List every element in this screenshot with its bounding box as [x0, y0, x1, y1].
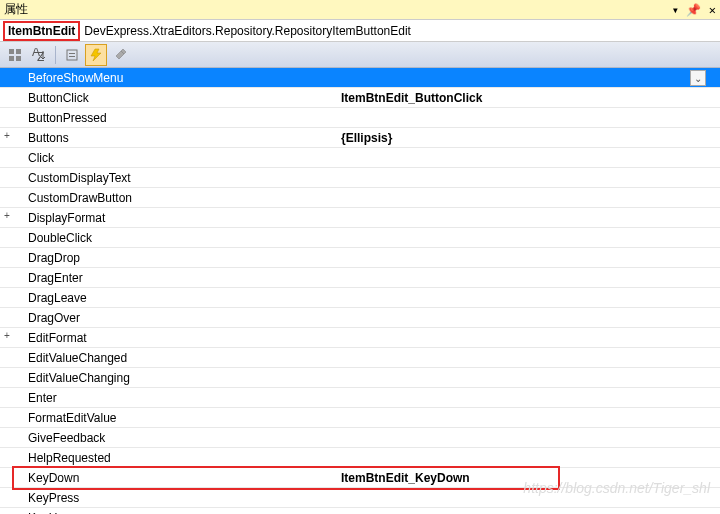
- svg-rect-8: [69, 56, 75, 57]
- grid-row[interactable]: ButtonPressed: [0, 108, 720, 128]
- property-name: CustomDisplayText: [14, 171, 339, 185]
- property-name: EditValueChanged: [14, 351, 339, 365]
- grid-row[interactable]: EditValueChanged: [0, 348, 720, 368]
- grid-row[interactable]: +DisplayFormat: [0, 208, 720, 228]
- svg-rect-3: [16, 56, 21, 61]
- property-grid[interactable]: BeforeShowMenu⌄ButtonClickItemBtnEdit_Bu…: [0, 68, 720, 514]
- categorized-button[interactable]: [4, 44, 26, 66]
- categorized-icon: [8, 48, 22, 62]
- grid-row[interactable]: DoubleClick: [0, 228, 720, 248]
- grid-row[interactable]: KeyPress: [0, 488, 720, 508]
- grid-row[interactable]: EditValueChanging: [0, 368, 720, 388]
- expander-icon[interactable]: +: [2, 211, 12, 221]
- property-name: FormatEditValue: [14, 411, 339, 425]
- toolbar: AZ: [0, 42, 720, 68]
- property-value[interactable]: {Ellipsis}: [339, 131, 720, 145]
- expander-icon[interactable]: +: [2, 131, 12, 141]
- svg-rect-0: [9, 49, 14, 54]
- grid-row[interactable]: KeyDownItemBtnEdit_KeyDown: [0, 468, 720, 488]
- title-bar: 属性 ▾ 📌 ✕: [0, 0, 720, 20]
- properties-icon: [65, 48, 79, 62]
- property-name: Enter: [14, 391, 339, 405]
- property-name: GiveFeedback: [14, 431, 339, 445]
- expander-icon[interactable]: +: [2, 331, 12, 341]
- svg-rect-7: [69, 53, 75, 54]
- property-name: CustomDrawButton: [14, 191, 339, 205]
- events-icon: [89, 48, 103, 62]
- property-name: DragEnter: [14, 271, 339, 285]
- property-name: KeyDown: [14, 471, 339, 485]
- property-name: DoubleClick: [14, 231, 339, 245]
- title-bar-actions: ▾ 📌 ✕: [668, 3, 716, 17]
- events-button[interactable]: [85, 44, 107, 66]
- property-value[interactable]: ItemBtnEdit_KeyDown: [339, 471, 720, 485]
- svg-rect-2: [9, 56, 14, 61]
- svg-rect-6: [67, 50, 77, 60]
- grid-row[interactable]: CustomDrawButton: [0, 188, 720, 208]
- grid-row[interactable]: ButtonClickItemBtnEdit_ButtonClick: [0, 88, 720, 108]
- grid-row[interactable]: CustomDisplayText: [0, 168, 720, 188]
- property-name: HelpRequested: [14, 451, 339, 465]
- grid-row[interactable]: FormatEditValue: [0, 408, 720, 428]
- grid-row[interactable]: DragEnter: [0, 268, 720, 288]
- property-name: Click: [14, 151, 339, 165]
- grid-row[interactable]: DragDrop: [0, 248, 720, 268]
- properties-button[interactable]: [61, 44, 83, 66]
- object-name: ItemBtnEdit: [3, 21, 80, 41]
- grid-row[interactable]: DragLeave: [0, 288, 720, 308]
- dropdown-icon[interactable]: ⌄: [690, 70, 706, 86]
- settings-icon: [113, 48, 127, 62]
- grid-row[interactable]: DragOver: [0, 308, 720, 328]
- property-name: DisplayFormat: [14, 211, 339, 225]
- panel-title: 属性: [4, 1, 28, 18]
- dropdown-icon[interactable]: ▾: [672, 3, 679, 17]
- object-selector-bar[interactable]: ItemBtnEdit DevExpress.XtraEditors.Repos…: [0, 20, 720, 42]
- property-name: KeyUp: [14, 511, 339, 515]
- property-name: ButtonClick: [14, 91, 339, 105]
- property-name: DragDrop: [14, 251, 339, 265]
- settings-button[interactable]: [109, 44, 131, 66]
- grid-row[interactable]: Click: [0, 148, 720, 168]
- object-type: DevExpress.XtraEditors.Repository.Reposi…: [84, 24, 411, 38]
- grid-row[interactable]: HelpRequested: [0, 448, 720, 468]
- toolbar-separator: [55, 46, 56, 64]
- grid-row[interactable]: BeforeShowMenu⌄: [0, 68, 720, 88]
- grid-row[interactable]: Enter: [0, 388, 720, 408]
- property-name: KeyPress: [14, 491, 339, 505]
- close-icon[interactable]: ✕: [709, 3, 716, 17]
- alphabetic-icon: AZ: [32, 48, 46, 62]
- property-name: DragLeave: [14, 291, 339, 305]
- property-name: DragOver: [14, 311, 339, 325]
- property-name: ButtonPressed: [14, 111, 339, 125]
- alphabetic-button[interactable]: AZ: [28, 44, 50, 66]
- property-name: EditFormat: [14, 331, 339, 345]
- property-name: Buttons: [14, 131, 339, 145]
- property-name: BeforeShowMenu: [14, 71, 339, 85]
- pin-icon[interactable]: 📌: [686, 3, 701, 17]
- svg-rect-1: [16, 49, 21, 54]
- property-value[interactable]: ItemBtnEdit_ButtonClick: [339, 91, 720, 105]
- grid-row[interactable]: +Buttons{Ellipsis}: [0, 128, 720, 148]
- grid-row[interactable]: GiveFeedback: [0, 428, 720, 448]
- property-name: EditValueChanging: [14, 371, 339, 385]
- grid-row[interactable]: KeyUp: [0, 508, 720, 514]
- grid-row[interactable]: +EditFormat: [0, 328, 720, 348]
